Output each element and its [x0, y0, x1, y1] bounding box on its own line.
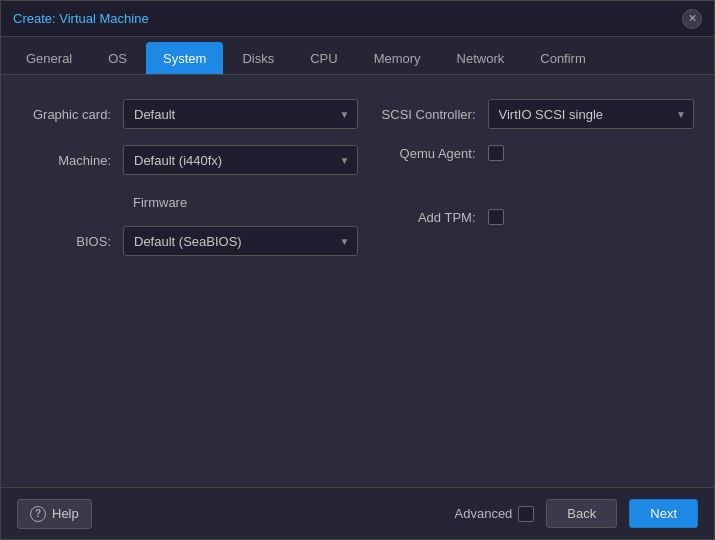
footer: ? Help Advanced Back Next: [1, 487, 714, 539]
bios-select[interactable]: Default (SeaBIOS): [123, 226, 358, 256]
graphic-card-select-wrapper: Default ▼: [123, 99, 358, 129]
firmware-section-label: Firmware: [123, 191, 187, 210]
tab-bar: General OS System Disks CPU Memory Netwo…: [1, 37, 714, 75]
scsi-controller-label: SCSI Controller:: [366, 107, 476, 122]
back-button[interactable]: Back: [546, 499, 617, 528]
scsi-controller-row: SCSI Controller: VirtIO SCSI single ▼: [358, 99, 695, 129]
advanced-wrapper: Advanced: [455, 506, 535, 522]
help-button[interactable]: ? Help: [17, 499, 92, 529]
qemu-agent-row: Qemu Agent:: [358, 145, 695, 161]
tab-disks[interactable]: Disks: [225, 42, 291, 74]
scsi-controller-select[interactable]: VirtIO SCSI single: [488, 99, 695, 129]
tab-cpu[interactable]: CPU: [293, 42, 354, 74]
bios-label: BIOS:: [21, 234, 111, 249]
window-title: Create: Virtual Machine: [13, 11, 149, 26]
graphic-card-select[interactable]: Default: [123, 99, 358, 129]
main-content: Graphic card: Default ▼ Machine: Default…: [1, 75, 714, 487]
add-tpm-checkbox[interactable]: [488, 209, 504, 225]
title-bar: Create: Virtual Machine ✕: [1, 1, 714, 37]
close-button[interactable]: ✕: [682, 9, 702, 29]
add-tpm-checkbox-wrapper: [488, 209, 504, 225]
tab-os[interactable]: OS: [91, 42, 144, 74]
machine-row: Machine: Default (i440fx) ▼: [21, 145, 358, 175]
tab-memory[interactable]: Memory: [357, 42, 438, 74]
tab-general[interactable]: General: [9, 42, 89, 74]
footer-right: Advanced Back Next: [455, 499, 698, 528]
bios-select-wrapper: Default (SeaBIOS) ▼: [123, 226, 358, 256]
scsi-controller-select-wrapper: VirtIO SCSI single ▼: [488, 99, 695, 129]
firmware-row: Firmware: [21, 191, 358, 210]
graphic-card-row: Graphic card: Default ▼: [21, 99, 358, 129]
next-button[interactable]: Next: [629, 499, 698, 528]
qemu-agent-checkbox[interactable]: [488, 145, 504, 161]
qemu-agent-label: Qemu Agent:: [366, 146, 476, 161]
help-label: Help: [52, 506, 79, 521]
left-column: Graphic card: Default ▼ Machine: Default…: [21, 99, 358, 256]
qemu-agent-checkbox-wrapper: [488, 145, 504, 161]
tab-confirm[interactable]: Confirm: [523, 42, 603, 74]
spacer: [358, 177, 695, 193]
tab-system[interactable]: System: [146, 42, 223, 74]
add-tpm-label: Add TPM:: [366, 210, 476, 225]
advanced-checkbox[interactable]: [518, 506, 534, 522]
machine-label: Machine:: [21, 153, 111, 168]
add-tpm-row: Add TPM:: [358, 209, 695, 225]
right-column: SCSI Controller: VirtIO SCSI single ▼ Qe…: [358, 99, 695, 256]
bios-row: BIOS: Default (SeaBIOS) ▼: [21, 226, 358, 256]
machine-select[interactable]: Default (i440fx): [123, 145, 358, 175]
advanced-label: Advanced: [455, 506, 513, 521]
main-window: Create: Virtual Machine ✕ General OS Sys…: [0, 0, 715, 540]
graphic-card-label: Graphic card:: [21, 107, 111, 122]
help-icon: ?: [30, 506, 46, 522]
machine-select-wrapper: Default (i440fx) ▼: [123, 145, 358, 175]
tab-network[interactable]: Network: [440, 42, 522, 74]
